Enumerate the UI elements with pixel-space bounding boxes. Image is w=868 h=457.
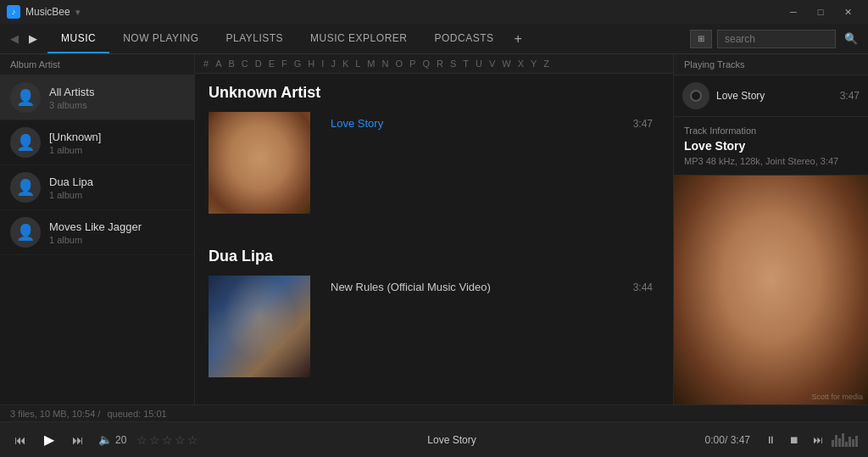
star-2[interactable]: ☆ [149,433,160,447]
track-info-title: Love Story [684,139,858,153]
alpha-s[interactable]: S [448,58,458,70]
alpha-c[interactable]: C [240,58,250,70]
next-btn[interactable]: ⏭ [808,430,828,450]
star-4[interactable]: ☆ [175,433,186,447]
star-5[interactable]: ☆ [187,433,198,447]
search-icon[interactable]: 🔍 [841,31,861,47]
artist-sub-all: 3 albums [49,100,94,110]
sidebar-info-unknown: [Unknown] 1 album [49,131,101,155]
alpha-g[interactable]: G [292,58,303,70]
artist-name-unknown: [Unknown] [49,131,101,143]
track-list-dua: New Rules (Official Music Video) 3:44 [324,276,659,298]
sidebar-item-all-artists[interactable]: 👤 All Artists 3 albums [0,75,194,120]
close-button[interactable]: ✕ [834,0,861,24]
alpha-e[interactable]: E [267,58,276,70]
track-info-meta: MP3 48 kHz, 128k, Joint Stereo, 3:47 [684,156,858,166]
back-button[interactable]: ◀ [7,31,22,47]
alpha-v[interactable]: V [487,58,497,70]
eq-bar-3 [838,438,841,447]
alpha-n[interactable]: N [381,58,391,70]
stop-btn[interactable]: ⏹ [784,430,804,450]
albums-area: # A B C D E F G H I J K L M N O P Q R S … [195,54,673,404]
track-list-unknown: Love Story 3:47 [324,112,659,135]
track-info-label: Track Information [684,125,858,136]
status-bar: 3 files, 10 MB, 10:54 / queued: 15:01 [0,404,868,421]
alpha-k[interactable]: K [341,58,350,70]
alpha-i[interactable]: I [320,58,326,70]
extra-controls: ⏸ ⏹ ⏭ [760,430,858,450]
alpha-w[interactable]: W [500,58,512,70]
forward-button[interactable]: ▶ [25,31,41,47]
alpha-t[interactable]: T [461,58,470,70]
star-1[interactable]: ☆ [136,433,147,447]
artist-sub-unknown: 1 album [49,145,101,155]
sidebar-info-dua-lipa: Dua Lipa 1 album [49,176,93,200]
app-icon: ♪ [7,5,20,19]
alpha-l[interactable]: L [353,58,362,70]
search-input[interactable] [717,30,836,48]
dropdown-arrow[interactable]: ▾ [75,7,81,18]
tab-playlists[interactable]: PLAYLISTS [212,24,297,53]
playback-bar: ⏮ ▶ ⏭ 🔈 20 ☆ ☆ ☆ ☆ ☆ Love Story 0:00/ 3:… [0,421,868,457]
volume-area: 🔈 20 [98,433,126,446]
alpha-p[interactable]: P [408,58,417,70]
playing-title: Love Story [716,90,840,102]
track-item-new-rules[interactable]: New Rules (Official Music Video) 3:44 [324,276,659,298]
track-duration-love-story: 3:47 [633,118,653,130]
title-bar-left: ♪ MusicBee ▾ [7,5,81,19]
pause-btn[interactable]: ⏸ [760,430,781,450]
eq-bar-5 [845,442,848,447]
title-bar-right: ─ □ ✕ [780,0,861,24]
alpha-f[interactable]: F [280,58,289,70]
alpha-q[interactable]: Q [420,58,431,70]
alpha-d[interactable]: D [253,58,264,70]
alpha-b[interactable]: B [226,58,236,70]
alpha-m[interactable]: M [365,58,376,70]
album-cover-dua [209,276,310,377]
status-files: 3 files, 10 MB, 10:54 / [10,409,100,419]
alpha-hash[interactable]: # [202,58,210,70]
track-item-love-story[interactable]: Love Story 3:47 [324,112,659,135]
play-button[interactable]: ▶ [37,428,61,452]
sidebar: Album Artist 👤 All Artists 3 albums 👤 [U… [0,54,195,404]
artist-name-dua: Dua Lipa [49,176,93,188]
track-duration-new-rules: 3:44 [633,281,653,293]
nav-arrows: ◀ ▶ [0,31,47,47]
tab-music-explorer[interactable]: MUSIC EXPLORER [297,24,420,53]
stars-rating[interactable]: ☆ ☆ ☆ ☆ ☆ [136,433,198,447]
alpha-h[interactable]: H [306,58,316,70]
star-3[interactable]: ☆ [162,433,173,447]
album-art-image [674,176,868,404]
alpha-j[interactable]: J [329,58,337,70]
playing-info: Love Story [716,90,840,102]
sidebar-item-dua-lipa[interactable]: 👤 Dua Lipa 1 album [0,165,194,210]
title-bar: ♪ MusicBee ▾ ─ □ ✕ [0,0,868,24]
tab-podcasts[interactable]: PODCASTS [420,24,507,53]
alpha-y[interactable]: Y [529,58,538,70]
avatar-unknown: 👤 [10,127,41,158]
artist-section-dua-lipa: Dua Lipa New Rules (Official Music Video… [195,237,673,401]
alpha-z[interactable]: Z [542,58,551,70]
playing-duration: 3:47 [840,90,860,102]
skip-back-button[interactable]: ⏮ [10,430,31,450]
album-art-large: Scott for media [674,176,868,404]
alpha-o[interactable]: O [393,58,404,70]
sidebar-item-moves-like-jagger[interactable]: 👤 Moves Like Jagger 1 album [0,210,194,255]
alpha-x[interactable]: X [516,58,526,70]
tab-music[interactable]: MUSIC [47,24,109,53]
skip-forward-button[interactable]: ⏭ [68,430,88,450]
avatar-moves: 👤 [10,217,41,248]
minimize-button[interactable]: ─ [780,0,807,24]
alpha-u[interactable]: U [474,58,484,70]
artist-sub-moves: 1 album [49,235,142,245]
maximize-button[interactable]: □ [807,0,834,24]
add-tab-button[interactable]: + [507,31,528,47]
eq-bar-1 [832,440,834,447]
alpha-r[interactable]: R [435,58,445,70]
tab-now-playing[interactable]: NOW PLAYING [109,24,212,53]
view-toggle-button[interactable]: ⊞ [690,30,712,48]
avatar-all-artists: 👤 [10,82,41,113]
nav-right: ⊞ 🔍 [690,30,868,48]
sidebar-item-unknown[interactable]: 👤 [Unknown] 1 album [0,120,194,165]
alpha-a[interactable]: A [214,58,223,70]
